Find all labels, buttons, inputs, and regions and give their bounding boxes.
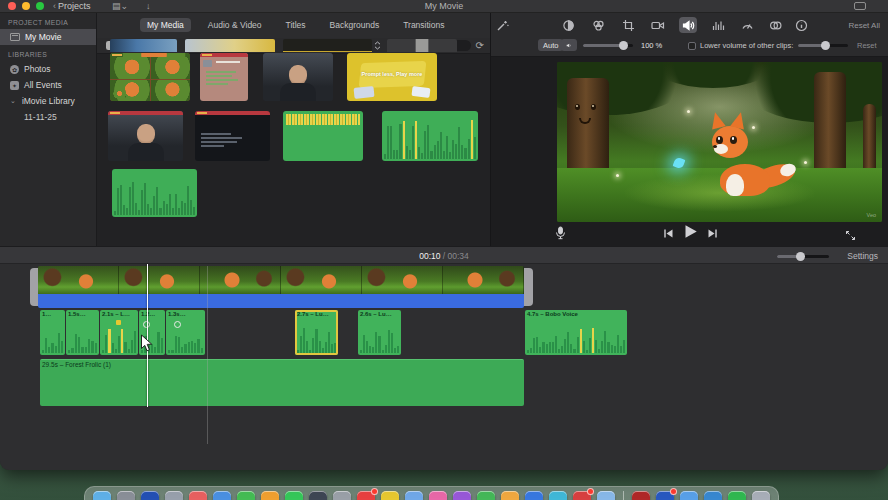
dock-app-icon[interactable] <box>333 491 351 500</box>
dock-app-icon[interactable] <box>309 491 327 500</box>
tab-titles[interactable]: Titles <box>279 18 313 32</box>
filmstrip-frame[interactable] <box>119 266 200 294</box>
dock-app-icon[interactable] <box>656 491 674 500</box>
stabilization-icon[interactable] <box>649 17 667 33</box>
zoom-slider-knob[interactable] <box>796 252 805 261</box>
clip-thumbnail[interactable] <box>387 39 457 52</box>
volume-slider-knob[interactable] <box>619 41 628 50</box>
clip-filter-icon[interactable] <box>766 17 784 33</box>
dock-app-icon[interactable] <box>728 491 746 500</box>
tab-audio-video[interactable]: Audio & Video <box>201 18 269 32</box>
sidebar-item-imovie-library[interactable]: ⌄ iMovie Library <box>0 93 96 109</box>
clip-thumbnail-screen-recording[interactable] <box>195 111 270 161</box>
settings-button[interactable]: Settings <box>847 251 878 261</box>
video-clip-audio[interactable] <box>38 294 524 308</box>
mute-button[interactable] <box>561 39 577 51</box>
sidebar-item-my-movie[interactable]: My Movie <box>0 29 96 45</box>
clip-thumbnail[interactable] <box>283 39 372 52</box>
dock-app-icon[interactable] <box>261 491 279 500</box>
skip-forward-icon[interactable] <box>707 225 718 243</box>
sidebar-item-all-events[interactable]: ✦ All Events <box>0 77 96 93</box>
timeline-audio-clip-selected[interactable]: 2.7s – Lu… <box>295 310 338 355</box>
speed-icon[interactable] <box>738 17 756 33</box>
timeline-audio-clip[interactable]: 1.3s… <box>166 310 205 355</box>
refresh-icon[interactable]: ⟳ <box>476 41 484 51</box>
video-preview[interactable]: Veo <box>557 62 882 222</box>
enhance-wand-icon[interactable] <box>493 17 511 33</box>
audio-clip-thumbnail[interactable] <box>382 111 478 161</box>
dock-app-icon[interactable] <box>704 491 722 500</box>
filmstrip-frame[interactable] <box>362 266 443 294</box>
dock-app-icon[interactable] <box>93 491 111 500</box>
dock-app-icon[interactable] <box>501 491 519 500</box>
tab-backgrounds[interactable]: Backgrounds <box>323 18 387 32</box>
reset-button[interactable]: Reset <box>857 41 877 50</box>
dock-app-icon[interactable] <box>381 491 399 500</box>
tab-my-media[interactable]: My Media <box>140 18 191 32</box>
dock-app-icon[interactable] <box>285 491 303 500</box>
dock-app-icon[interactable] <box>632 491 650 500</box>
background-music-clip[interactable]: 29.5s – Forest Frolic (1) <box>40 359 524 406</box>
dock-app-icon[interactable] <box>429 491 447 500</box>
dock-app-icon[interactable] <box>680 491 698 500</box>
clip-thumbnail[interactable] <box>110 39 177 52</box>
auto-volume-button[interactable]: Auto <box>538 39 563 51</box>
clip-thumbnail-fox-grid[interactable] <box>110 53 190 101</box>
filmstrip-frame[interactable] <box>38 266 119 294</box>
chevron-down-icon[interactable]: ⌄ <box>10 97 16 105</box>
dock-app-icon[interactable] <box>357 491 375 500</box>
clip-thumbnail[interactable] <box>185 39 275 52</box>
dock-app-icon[interactable] <box>525 491 543 500</box>
color-balance-icon[interactable] <box>559 17 577 33</box>
timeline-audio-clip[interactable]: 2.6s – Lu… <box>358 310 401 355</box>
play-button[interactable] <box>683 224 698 243</box>
audio-clip-thumbnail[interactable] <box>112 169 197 217</box>
dock-app-icon[interactable] <box>573 491 591 500</box>
filmstrip-frame[interactable] <box>281 266 362 294</box>
dock-app-icon[interactable] <box>597 491 615 500</box>
video-clip[interactable] <box>38 266 524 308</box>
fade-handle[interactable] <box>174 321 181 328</box>
dock-app-icon[interactable] <box>477 491 495 500</box>
lower-volume-slider-knob[interactable] <box>821 41 830 50</box>
lower-volume-slider[interactable] <box>798 44 848 47</box>
tab-transitions[interactable]: Transitions <box>396 18 451 32</box>
sidebar-item-event-date[interactable]: 11-11-25 <box>0 109 96 125</box>
crop-icon[interactable] <box>619 17 637 33</box>
noise-reduction-icon[interactable] <box>709 17 727 33</box>
clip-thumbnail-document[interactable] <box>200 53 248 101</box>
color-correction-icon[interactable] <box>589 17 607 33</box>
dock-app-icon[interactable] <box>752 491 770 500</box>
skip-back-icon[interactable] <box>663 225 674 243</box>
dock-app-icon[interactable] <box>165 491 183 500</box>
dock-app-icon[interactable] <box>405 491 423 500</box>
timeline-zoom-slider[interactable] <box>777 255 829 258</box>
lower-volume-checkbox[interactable] <box>688 42 696 50</box>
dock-app-icon[interactable] <box>141 491 159 500</box>
dock-app-icon[interactable] <box>117 491 135 500</box>
sidebar-item-photos[interactable]: ✿ Photos <box>0 61 96 77</box>
timeline-audio-clip[interactable]: 1.5s… <box>66 310 99 355</box>
clip-thumbnail-presenter[interactable] <box>263 53 333 101</box>
dock-app-icon[interactable] <box>213 491 231 500</box>
info-icon[interactable] <box>792 17 810 33</box>
fullscreen-icon[interactable] <box>845 227 856 245</box>
dock-app-icon[interactable] <box>453 491 471 500</box>
volume-keyframe[interactable] <box>116 320 121 325</box>
clip-trim-handle-right[interactable] <box>524 268 533 306</box>
clip-thumbnail-slide[interactable]: Prompt less, Play more <box>347 53 437 101</box>
reset-all-button[interactable]: Reset All <box>848 21 880 30</box>
voiceover-mic-icon[interactable] <box>555 226 566 244</box>
timeline-audio-clip[interactable]: 4.7s – Bobo Voice <box>525 310 627 355</box>
volume-icon[interactable] <box>679 17 697 33</box>
filmstrip-frame[interactable] <box>200 266 281 294</box>
filmstrip-frame[interactable] <box>443 266 524 294</box>
camera-icon[interactable] <box>854 2 866 10</box>
audio-clip-thumbnail[interactable] <box>283 111 363 161</box>
dock-app-icon[interactable] <box>189 491 207 500</box>
dock-app-icon[interactable] <box>549 491 567 500</box>
volume-slider[interactable] <box>583 44 633 47</box>
timeline-audio-clip[interactable]: 2.1s – L… <box>100 310 138 355</box>
dock-app-icon[interactable] <box>237 491 255 500</box>
clip-thumbnail-presenter[interactable] <box>108 111 183 161</box>
